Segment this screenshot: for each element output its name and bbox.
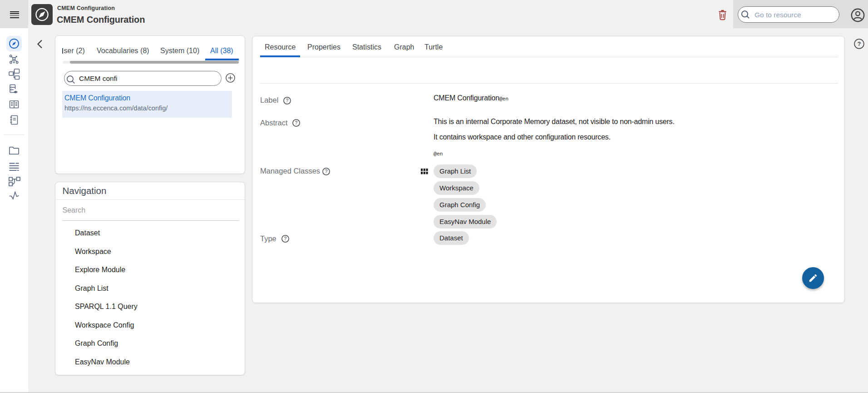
- svg-text:?: ?: [286, 98, 289, 103]
- svg-text:?: ?: [295, 120, 298, 125]
- svg-text:?: ?: [284, 236, 287, 241]
- svg-text:?: ?: [858, 40, 861, 47]
- svg-text:?: ?: [325, 169, 328, 174]
